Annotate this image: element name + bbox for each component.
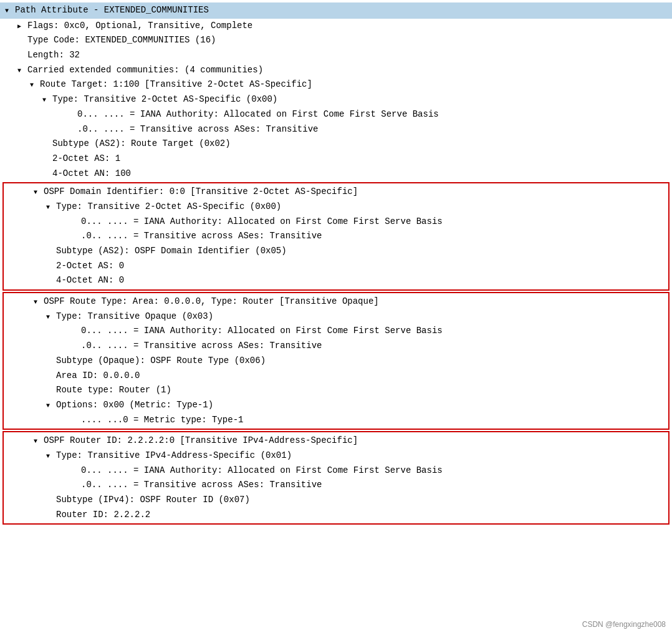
flags-text: Flags: 0xc0, Optional, Transitive, Compl… — [27, 19, 252, 33]
length-line: Length: 32 — [0, 48, 672, 63]
od-an-line: 4-Octet AN: 0 — [4, 273, 668, 288]
od-iana-text: 0... .... = IANA Authority: Allocated on… — [81, 215, 443, 229]
or-iana-text: 0... .... = IANA Authority: Allocated on… — [81, 324, 443, 338]
carried-text: Carried extended communities: (4 communi… — [27, 64, 263, 77]
rid-trans-text: .0.. .... = Transitive across ASes: Tran… — [81, 478, 322, 492]
ospf-domain-arrow[interactable] — [34, 185, 44, 199]
ospf-domain-header-text: OSPF Domain Identifier: 0:0 [Transitive … — [44, 185, 358, 199]
rt-an-text: 4-Octet AN: 100 — [52, 167, 131, 181]
rt-type-text: Type: Transitive 2-Octet AS-Specific (0x… — [52, 93, 277, 107]
rid-subtype-text: Subtype (IPv4): OSPF Router ID (0x07) — [56, 493, 250, 507]
rt-subtype-line: Subtype (AS2): Route Target (0x02) — [0, 137, 672, 152]
ospf-route-arrow[interactable] — [34, 295, 44, 309]
rid-type-text: Type: Transitive IPv4-Address-Specific (… — [56, 449, 292, 463]
or-subtype-line: Subtype (Opaque): OSPF Route Type (0x06) — [4, 354, 668, 369]
carried-line: Carried extended communities: (4 communi… — [0, 63, 672, 78]
ospf-domain-box: OSPF Domain Identifier: 0:0 [Transitive … — [2, 182, 670, 291]
od-type-text: Type: Transitive 2-Octet AS-Specific (0x… — [56, 200, 281, 214]
ospf-router-header-text: OSPF Router ID: 2.2.2.2:0 [Transitive IP… — [44, 434, 358, 448]
od-type-arrow[interactable] — [46, 200, 56, 214]
main-container: Path Attribute - EXTENDED_COMMUNITIES Fl… — [0, 0, 672, 528]
or-options-line: Options: 0x00 (Metric: Type-1) — [4, 398, 668, 413]
od-as2-line: 2-Octet AS: 0 — [4, 259, 668, 274]
flags-arrow[interactable] — [17, 19, 27, 33]
rid-trans-line: .0.. .... = Transitive across ASes: Tran… — [4, 478, 668, 493]
ospf-router-arrow[interactable] — [34, 434, 44, 448]
rid-type-line: Type: Transitive IPv4-Address-Specific (… — [4, 448, 668, 463]
rid-subtype-line: Subtype (IPv4): OSPF Router ID (0x07) — [4, 493, 668, 508]
watermark: CSDN @fengxingzhe008 — [582, 620, 666, 629]
od-subtype-line: Subtype (AS2): OSPF Domain Identifier (0… — [4, 244, 668, 259]
od-an-text: 4-Octet AN: 0 — [56, 274, 124, 288]
rt-type-arrow[interactable] — [42, 93, 52, 107]
or-type-text: Type: Transitive Opaque (0x03) — [56, 310, 213, 324]
routetarget-text: Route Target: 1:100 [Transitive 2-Octet … — [40, 78, 312, 92]
or-area-text: Area ID: 0.0.0.0 — [56, 369, 140, 383]
ospf-router-box: OSPF Router ID: 2.2.2.2:0 [Transitive IP… — [2, 431, 670, 525]
ospf-route-header-text: OSPF Route Type: Area: 0.0.0.0, Type: Ro… — [44, 295, 379, 309]
or-routetype-text: Route type: Router (1) — [56, 384, 171, 397]
or-type-arrow[interactable] — [46, 310, 56, 324]
od-as2-text: 2-Octet AS: 0 — [56, 259, 124, 273]
or-iana-line: 0... .... = IANA Authority: Allocated on… — [4, 324, 668, 339]
rt-as2-text: 2-Octet AS: 1 — [52, 152, 120, 166]
od-iana-line: 0... .... = IANA Authority: Allocated on… — [4, 215, 668, 230]
or-options-arrow[interactable] — [46, 399, 56, 412]
or-metric-line: .... ...0 = Metric type: Type-1 — [4, 413, 668, 428]
or-routetype-line: Route type: Router (1) — [4, 383, 668, 398]
or-options-text: Options: 0x00 (Metric: Type-1) — [56, 399, 213, 412]
or-trans-line: .0.. .... = Transitive across ASes: Tran… — [4, 339, 668, 354]
rt-trans-line: .0.. .... = Transitive across ASes: Tran… — [0, 122, 672, 137]
root-header: Path Attribute - EXTENDED_COMMUNITIES — [0, 2, 672, 19]
rt-subtype-text: Subtype (AS2): Route Target (0x02) — [52, 137, 231, 151]
root-title: Path Attribute - EXTENDED_COMMUNITIES — [15, 4, 209, 17]
or-metric-text: .... ...0 = Metric type: Type-1 — [81, 414, 243, 427]
od-trans-text: .0.. .... = Transitive across ASes: Tran… — [81, 230, 322, 243]
routetarget-line: Route Target: 1:100 [Transitive 2-Octet … — [0, 77, 672, 92]
rt-an-line: 4-Octet AN: 100 — [0, 167, 672, 182]
length-text: Length: 32 — [27, 49, 80, 62]
or-area-line: Area ID: 0.0.0.0 — [4, 369, 668, 384]
or-subtype-text: Subtype (Opaque): OSPF Route Type (0x06) — [56, 354, 266, 368]
rt-trans-text: .0.. .... = Transitive across ASes: Tran… — [77, 123, 318, 137]
rt-iana-line: 0... .... = IANA Authority: Allocated on… — [0, 107, 672, 122]
carried-arrow[interactable] — [17, 64, 27, 77]
or-trans-text: .0.. .... = Transitive across ASes: Tran… — [81, 339, 322, 353]
od-type-line: Type: Transitive 2-Octet AS-Specific (0x… — [4, 200, 668, 215]
routetarget-arrow[interactable] — [30, 78, 40, 92]
typecode-text: Type Code: EXTENDED_COMMUNITIES (16) — [27, 34, 216, 47]
rid-iana-text: 0... .... = IANA Authority: Allocated on… — [81, 464, 443, 478]
ospf-route-box: OSPF Route Type: Area: 0.0.0.0, Type: Ro… — [2, 292, 670, 430]
rid-iana-line: 0... .... = IANA Authority: Allocated on… — [4, 463, 668, 478]
typecode-line: Type Code: EXTENDED_COMMUNITIES (16) — [0, 33, 672, 48]
od-subtype-text: Subtype (AS2): OSPF Domain Identifier (0… — [56, 245, 287, 258]
rid-type-arrow[interactable] — [46, 449, 56, 463]
or-type-line: Type: Transitive Opaque (0x03) — [4, 309, 668, 324]
od-trans-line: .0.. .... = Transitive across ASes: Tran… — [4, 229, 668, 244]
root-arrow[interactable] — [5, 4, 15, 17]
rt-iana-text: 0... .... = IANA Authority: Allocated on… — [77, 108, 439, 122]
flags-line: Flags: 0xc0, Optional, Transitive, Compl… — [0, 19, 672, 34]
ospf-router-header: OSPF Router ID: 2.2.2.2:0 [Transitive IP… — [4, 434, 668, 448]
rt-as2-line: 2-Octet AS: 1 — [0, 152, 672, 167]
rid-routerid-text: Router ID: 2.2.2.2 — [56, 508, 150, 522]
rid-routerid-line: Router ID: 2.2.2.2 — [4, 508, 668, 523]
ospf-route-header: OSPF Route Type: Area: 0.0.0.0, Type: Ro… — [4, 294, 668, 309]
rt-type-line: Type: Transitive 2-Octet AS-Specific (0x… — [0, 92, 672, 107]
ospf-domain-header: OSPF Domain Identifier: 0:0 [Transitive … — [4, 185, 668, 200]
